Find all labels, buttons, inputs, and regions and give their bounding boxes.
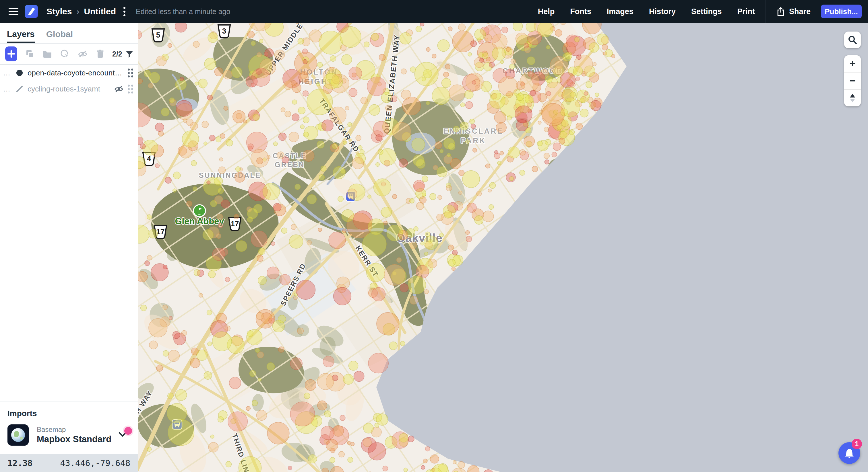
svg-text:5: 5 — [156, 31, 160, 39]
compass-button[interactable] — [844, 89, 861, 106]
layer-row-coyote-encounters[interactable]: ... open-data-coyote-encounters-35... — [0, 65, 138, 81]
breadcrumb-separator-icon: › — [76, 7, 79, 16]
tab-layers[interactable]: Layers — [7, 29, 35, 43]
zoom-out-button[interactable]: − — [844, 72, 861, 89]
mapbox-studio-logo-icon[interactable] — [25, 5, 38, 18]
layer-hidden-eye-off-icon[interactable] — [114, 84, 124, 94]
filter-layers-button[interactable] — [125, 49, 134, 58]
style-options-kebab-icon[interactable] — [122, 5, 127, 18]
nav-history[interactable]: History — [649, 7, 676, 16]
import-name: Mapbox Standard — [37, 434, 112, 445]
layer-row-cycling-routes[interactable]: ... cycling-routes-1syamt — [0, 81, 138, 97]
filter-funnel-icon — [125, 49, 134, 58]
nav-settings[interactable]: Settings — [691, 7, 722, 16]
highway-shield: 3 — [218, 25, 230, 38]
notifications-button[interactable]: 1 — [838, 442, 860, 464]
layers-toolbar: 2/2 — [0, 43, 138, 65]
notification-dot — [124, 427, 132, 435]
nav-fonts[interactable]: Fonts — [570, 7, 591, 16]
delete-layer-button[interactable] — [96, 49, 105, 59]
plus-icon — [7, 49, 16, 58]
mapbox-studio-app: Styles › Untitled Edited less than a min… — [0, 0, 868, 472]
header-divider — [766, 0, 766, 23]
select-on-map-button[interactable] — [60, 49, 70, 59]
header-bar: Styles › Untitled Edited less than a min… — [0, 0, 868, 23]
golf-course-icon — [193, 205, 206, 217]
map-canvas[interactable]: UPPER MIDDLEQUEEN ELIZABETH WAYHOLTONHEI… — [138, 23, 868, 472]
basemap-thumbnail — [7, 425, 29, 446]
menu-icon[interactable] — [9, 8, 19, 15]
bell-icon — [844, 447, 855, 459]
line-layer-type-icon — [14, 85, 25, 93]
eye-off-icon — [78, 49, 88, 59]
svg-text:SUNNINGDALE: SUNNINGDALE — [199, 171, 261, 179]
edited-status: Edited less than a minute ago — [136, 7, 230, 16]
share-button[interactable]: Share — [776, 7, 811, 16]
notification-count-badge: 1 — [851, 439, 862, 449]
import-category: Basemap — [37, 425, 112, 434]
nav-print[interactable]: Print — [737, 7, 755, 16]
imports-heading: Imports — [7, 409, 130, 418]
layer-count: 2/2 — [112, 50, 122, 58]
layer-overflow-dots[interactable]: ... — [3, 85, 14, 93]
map-search-button[interactable] — [844, 32, 861, 48]
search-icon — [848, 35, 857, 45]
drag-handle-icon[interactable] — [128, 85, 133, 94]
breadcrumb-styles[interactable]: Styles — [46, 7, 72, 16]
highway-shield: 5 — [152, 29, 164, 42]
group-layers-button[interactable] — [42, 49, 52, 59]
basemap-import-item[interactable]: Basemap Mapbox Standard — [7, 425, 130, 446]
highway-shield: 17 — [229, 217, 241, 231]
imports-panel: Imports Basemap Mapbox Standard — [0, 401, 138, 454]
circle-layer-type-icon — [14, 69, 25, 77]
panel-tabs: Layers Global — [0, 23, 138, 43]
layer-name[interactable]: cycling-routes-1syamt — [28, 85, 112, 94]
svg-text:17: 17 — [231, 220, 239, 228]
breadcrumb: Styles › Untitled — [46, 7, 116, 16]
zoom-in-button[interactable]: + — [844, 55, 861, 72]
publish-button[interactable]: Publish... — [821, 5, 862, 19]
left-panel: Layers Global 2/2 — [0, 23, 138, 472]
map-statusbar: 12.38 43.446,-79.648 — [0, 454, 138, 472]
duplicate-layer-button[interactable] — [25, 49, 35, 59]
folder-icon — [42, 49, 52, 59]
header-nav: Help Fonts Images History Settings Print… — [530, 0, 868, 23]
coordinates-value: 43.446,-79.648 — [60, 458, 130, 468]
expand-basemap-button[interactable] — [115, 428, 130, 442]
layer-name[interactable]: open-data-coyote-encounters-35... — [28, 69, 125, 77]
svg-text:3: 3 — [222, 27, 226, 35]
style-title[interactable]: Untitled — [84, 7, 116, 16]
map-zoom-control: + − — [844, 55, 861, 106]
hide-layer-button[interactable] — [78, 49, 88, 59]
globe-icon — [11, 428, 25, 442]
share-icon — [776, 7, 785, 16]
svg-text:4: 4 — [147, 154, 151, 163]
drag-handle-icon[interactable] — [128, 69, 133, 77]
tab-global[interactable]: Global — [46, 29, 73, 43]
nav-images[interactable]: Images — [607, 7, 633, 16]
layer-overflow-dots[interactable]: ... — [3, 69, 14, 77]
duplicate-icon — [25, 49, 35, 59]
nav-help[interactable]: Help — [538, 7, 555, 16]
zoom-level-value: 12.38 — [7, 458, 32, 468]
compass-icon — [849, 93, 856, 103]
click-select-icon — [60, 49, 70, 59]
trash-icon — [96, 49, 105, 59]
add-layer-button[interactable] — [5, 46, 17, 61]
